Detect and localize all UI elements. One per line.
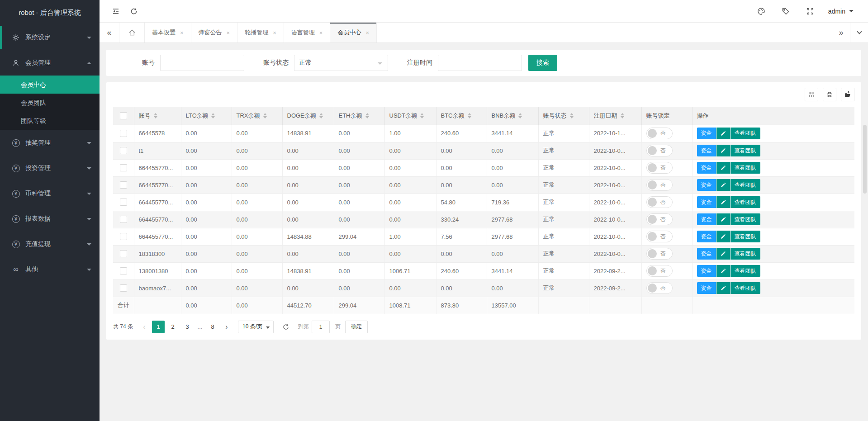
view-team-button[interactable]: 查看团队 [730, 128, 760, 139]
edit-button[interactable] [716, 145, 730, 156]
sidebar-item-investment-management[interactable]: ¥投资管理 [0, 156, 100, 181]
lock-toggle[interactable]: 否 [646, 248, 673, 260]
sidebar-item-other[interactable]: ∞其他 [0, 257, 100, 282]
sort-icon[interactable] [365, 113, 369, 118]
close-icon[interactable]: × [227, 30, 230, 36]
sidebar-item-team-level[interactable]: 团队等级 [0, 112, 100, 130]
lock-toggle[interactable]: 否 [646, 231, 673, 242]
theme-palette-button[interactable] [752, 0, 770, 23]
next-page-button[interactable]: › [222, 323, 232, 331]
row-checkbox[interactable] [120, 130, 127, 137]
lock-toggle[interactable]: 否 [646, 213, 673, 225]
fund-button[interactable]: 资金 [697, 179, 716, 191]
edit-button[interactable] [716, 231, 730, 242]
sidebar-item-lottery-management[interactable]: ¥抽奖管理 [0, 130, 100, 156]
edit-button[interactable] [716, 213, 730, 225]
fund-button[interactable]: 资金 [697, 128, 716, 139]
sort-icon[interactable] [518, 113, 522, 118]
column-header-bnb[interactable]: BNB余额 [487, 107, 538, 125]
page-size-select[interactable]: 10 条/页 [238, 321, 274, 333]
view-team-button[interactable]: 查看团队 [730, 213, 760, 225]
search-button[interactable]: 搜索 [528, 55, 557, 71]
sort-icon[interactable] [468, 113, 471, 118]
tab-options-button[interactable] [850, 23, 868, 43]
close-icon[interactable]: × [180, 30, 184, 36]
page-button-2[interactable]: 2 [166, 321, 179, 333]
row-checkbox[interactable] [120, 233, 127, 240]
fund-button[interactable]: 资金 [697, 162, 716, 174]
close-icon[interactable]: × [319, 30, 323, 36]
scrollbar-thumb[interactable] [863, 125, 867, 194]
sort-icon[interactable] [570, 113, 574, 118]
page-button-8[interactable]: 8 [206, 321, 219, 333]
close-icon[interactable]: × [273, 30, 276, 36]
view-team-button[interactable]: 查看团队 [730, 265, 760, 277]
filter-columns-button[interactable] [805, 88, 818, 101]
lock-toggle[interactable]: 否 [646, 128, 673, 139]
edit-button[interactable] [716, 179, 730, 191]
edit-button[interactable] [716, 196, 730, 208]
register-time-input[interactable] [438, 55, 522, 71]
lock-toggle[interactable]: 否 [646, 145, 673, 156]
column-header-doge[interactable]: DOGE余额 [282, 107, 334, 125]
scroll-tabs-left-button[interactable]: « [100, 23, 119, 43]
view-team-button[interactable]: 查看团队 [730, 179, 760, 191]
close-icon[interactable]: × [365, 30, 369, 36]
column-header-btc[interactable]: BTC余额 [436, 107, 487, 125]
fund-button[interactable]: 资金 [697, 145, 716, 156]
page-button-1[interactable]: 1 [152, 321, 165, 333]
user-menu[interactable]: admin [825, 0, 856, 23]
lock-toggle[interactable]: 否 [646, 179, 673, 191]
page-button-3[interactable]: 3 [181, 321, 194, 333]
row-checkbox[interactable] [120, 147, 127, 154]
view-team-button[interactable]: 查看团队 [730, 231, 760, 242]
row-checkbox[interactable] [120, 181, 127, 189]
fund-button[interactable]: 资金 [697, 248, 716, 260]
sidebar-item-deposit-withdrawal[interactable]: ¥充值提现 [0, 232, 100, 257]
fund-button[interactable]: 资金 [697, 196, 716, 208]
column-header-ltc[interactable]: LTC余额 [181, 107, 232, 125]
refresh-table-button[interactable] [279, 321, 293, 333]
sort-icon[interactable] [154, 113, 157, 118]
fund-button[interactable]: 资金 [697, 265, 716, 277]
prev-page-button[interactable]: ‹ [139, 323, 149, 331]
sidebar-item-member-management[interactable]: 会员管理 [0, 50, 100, 76]
account-input[interactable] [160, 55, 244, 71]
row-checkbox[interactable] [120, 199, 127, 206]
confirm-page-button[interactable]: 确定 [345, 321, 368, 333]
lock-toggle[interactable]: 否 [646, 265, 673, 277]
column-header-account[interactable]: 账号 [134, 107, 181, 125]
sort-icon[interactable] [621, 113, 624, 118]
edit-button[interactable] [716, 282, 730, 294]
refresh-button[interactable] [125, 0, 143, 23]
goto-page-input[interactable] [312, 321, 330, 333]
sidebar-item-currency-management[interactable]: ¥币种管理 [0, 181, 100, 206]
print-button[interactable] [823, 88, 836, 101]
tab-basic-settings[interactable]: 基本设置× [145, 23, 191, 43]
collapse-sidebar-button[interactable] [107, 0, 125, 23]
account-status-select[interactable]: 正常 [294, 55, 388, 71]
tab-member-center[interactable]: 会员中心× [330, 23, 377, 43]
sort-icon[interactable] [211, 113, 215, 118]
edit-button[interactable] [716, 265, 730, 277]
column-header-usdt[interactable]: USDT余额 [384, 107, 436, 125]
view-team-button[interactable]: 查看团队 [730, 248, 760, 260]
column-header-status[interactable]: 账号状态 [538, 107, 589, 125]
row-checkbox[interactable] [120, 164, 127, 171]
lock-toggle[interactable]: 否 [646, 196, 673, 208]
fund-button[interactable]: 资金 [697, 213, 716, 225]
sort-icon[interactable] [263, 113, 267, 118]
fund-button[interactable]: 资金 [697, 231, 716, 242]
home-tab[interactable] [119, 23, 145, 43]
export-button[interactable] [841, 88, 854, 101]
fund-button[interactable]: 资金 [697, 282, 716, 294]
edit-button[interactable] [716, 162, 730, 174]
row-checkbox[interactable] [120, 267, 127, 274]
sidebar-item-member-team[interactable]: 会员团队 [0, 94, 100, 112]
column-header-eth[interactable]: ETH余额 [334, 107, 384, 125]
tab-carousel-management[interactable]: 轮播管理× [237, 23, 284, 43]
select-all-checkbox[interactable] [120, 112, 127, 119]
edit-button[interactable] [716, 128, 730, 139]
column-header-date[interactable]: 注册日期 [589, 107, 641, 125]
tab-popup-announcement[interactable]: 弹窗公告× [191, 23, 238, 43]
